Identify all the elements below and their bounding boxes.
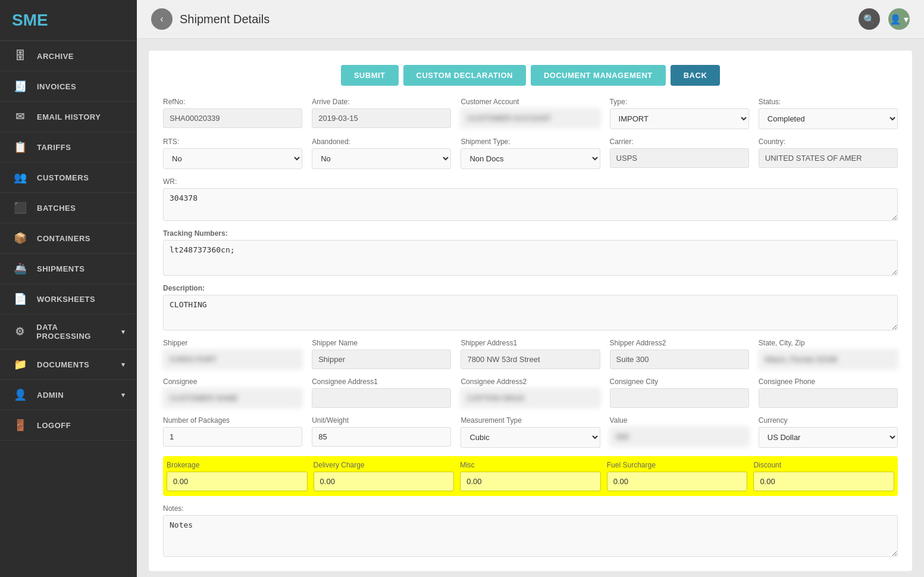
containers-icon: 📦 [12, 232, 29, 245]
unit-weight-input[interactable] [312, 427, 451, 447]
tracking-numbers-textarea[interactable]: lt248737360cn; [163, 240, 898, 276]
measurement-type-select[interactable]: Cubic [461, 427, 600, 448]
brokerage-input[interactable] [167, 472, 308, 491]
shipment-type-select[interactable]: Non Docs Docs [461, 148, 600, 169]
fuel-surcharge-input[interactable] [607, 472, 748, 491]
delivery-charge-input[interactable] [314, 472, 455, 491]
description-textarea[interactable]: CLOTHING [163, 295, 898, 330]
consignee-city-input[interactable] [610, 388, 749, 408]
consignee-address1-input[interactable] [312, 388, 451, 408]
carrier-input[interactable] [610, 148, 749, 168]
currency-label: Currency [759, 416, 898, 425]
back-button[interactable]: BACK [671, 65, 721, 86]
custom-declaration-button[interactable]: CUSTOM DECLARATION [403, 65, 526, 86]
sidebar-item-email-history[interactable]: ✉ EMAIL HISTORY [0, 102, 137, 132]
delivery-charge-label: Delivery Charge [314, 461, 455, 469]
notes-textarea[interactable]: Notes [163, 515, 898, 557]
shipper-name-input[interactable] [312, 350, 451, 369]
sidebar-item-shipments[interactable]: 🚢 SHIPMENTS [0, 254, 137, 284]
type-group: Type: IMPORT EXPORT [610, 98, 749, 129]
form-card: SUBMIT CUSTOM DECLARATION DOCUMENT MANAG… [149, 51, 912, 571]
main-area: ‹ Shipment Details 🔍 👤 ▾ SUBMIT CUSTOM D… [137, 0, 924, 577]
submit-button[interactable]: SUBMIT [341, 65, 399, 86]
sidebar-item-containers[interactable]: 📦 CONTAINERS [0, 223, 137, 254]
archive-icon: 🗄 [12, 49, 29, 63]
search-button[interactable]: 🔍 [859, 8, 880, 30]
topbar: ‹ Shipment Details 🔍 👤 ▾ [137, 0, 924, 39]
sidebar: SME 🗄 ARCHIVE 🧾 INVOICES ✉ EMAIL HISTORY… [0, 0, 137, 577]
sidebar-label-invoices: INVOICES [37, 82, 76, 91]
carrier-group: Carrier: [610, 138, 749, 169]
sidebar-label-email: EMAIL HISTORY [37, 113, 101, 121]
customer-account-input[interactable] [461, 108, 600, 128]
shipper-address2-input[interactable] [610, 350, 749, 369]
consignee-address2-input[interactable] [461, 388, 600, 408]
currency-select[interactable]: US Dollar EUR GBP [759, 427, 898, 448]
user-avatar[interactable]: 👤 ▾ [888, 8, 910, 30]
sidebar-item-archive[interactable]: 🗄 ARCHIVE [0, 41, 137, 71]
arrive-date-input[interactable] [312, 108, 451, 128]
sidebar-item-invoices[interactable]: 🧾 INVOICES [0, 71, 137, 102]
carrier-label: Carrier: [610, 138, 749, 146]
shipment-type-label: Shipment Type: [461, 138, 600, 146]
wr-textarea[interactable]: 304378 [163, 188, 898, 221]
misc-input[interactable] [460, 472, 601, 491]
sidebar-item-admin[interactable]: 👤 ADMIN ▾ [0, 380, 137, 410]
sidebar-item-tariffs[interactable]: 📋 TARIFFS [0, 132, 137, 163]
abandoned-select[interactable]: No Yes [312, 148, 451, 169]
type-select[interactable]: IMPORT EXPORT [610, 108, 749, 129]
admin-icon: 👤 [12, 388, 29, 401]
shipper-input[interactable] [163, 350, 302, 369]
dropdown-arrow-icon: ▾ [121, 361, 126, 369]
tariffs-icon: 📋 [12, 141, 29, 154]
sidebar-item-worksheets[interactable]: 📄 WORKSHEETS [0, 284, 137, 314]
sidebar-item-customers[interactable]: 👥 CUSTOMERS [0, 163, 137, 193]
refno-input[interactable] [163, 108, 302, 128]
refno-label: RefNo: [163, 98, 302, 106]
back-navigation-button[interactable]: ‹ [151, 8, 173, 30]
consignee-city-group: Consignee City [610, 378, 749, 408]
wr-group: WR: 304378 [163, 177, 898, 221]
topbar-left: ‹ Shipment Details [151, 8, 270, 30]
shipper-address1-label: Shipper Address1 [461, 339, 600, 347]
document-management-button[interactable]: DOCUMENT MANAGEMENT [531, 65, 666, 86]
shipper-address1-group: Shipper Address1 [461, 339, 600, 369]
value-input[interactable] [610, 427, 749, 447]
state-city-zip-input[interactable] [759, 350, 898, 369]
shipper-address1-input[interactable] [461, 350, 600, 369]
charges-row: Brokerage Delivery Charge Misc Fuel Surc… [163, 456, 898, 496]
num-packages-group: Number of Packages [163, 416, 302, 448]
unit-weight-label: Unit/Weight [312, 416, 451, 425]
sidebar-item-documents[interactable]: 📁 DOCUMENTS ▾ [0, 350, 137, 380]
consignee-address2-label: Consignee Address2 [461, 378, 600, 386]
email-icon: ✉ [12, 110, 29, 123]
shipper-address2-group: Shipper Address2 [610, 339, 749, 369]
rts-select[interactable]: No Yes [163, 148, 302, 169]
discount-input[interactable] [753, 472, 894, 491]
value-label: Value [610, 416, 749, 425]
customers-icon: 👥 [12, 171, 29, 184]
shipper-group: Shipper [163, 339, 302, 369]
country-input[interactable] [759, 148, 898, 168]
dropdown-arrow-icon: ▾ [121, 391, 126, 399]
sidebar-item-batches[interactable]: ⬛ BATCHES [0, 193, 137, 223]
abandoned-group: Abandoned: No Yes [312, 138, 451, 169]
invoices-icon: 🧾 [12, 80, 29, 93]
sidebar-item-data-processing[interactable]: ⚙ DATA PROCESSING ▾ [0, 314, 137, 350]
sidebar-label-customers: CUSTOMERS [37, 173, 89, 182]
logo: SME [0, 0, 137, 41]
consignee-phone-input[interactable] [759, 388, 898, 408]
consignee-input[interactable] [163, 388, 302, 408]
status-select[interactable]: Completed Pending Active [759, 108, 898, 129]
documents-icon: 📁 [12, 358, 29, 371]
status-label: Status: [759, 98, 898, 106]
brokerage-group: Brokerage [167, 461, 308, 491]
num-packages-input[interactable] [163, 427, 302, 447]
refno-group: RefNo: [163, 98, 302, 129]
sidebar-item-logoff[interactable]: 🚪 LOGOFF [0, 410, 137, 441]
batches-icon: ⬛ [12, 201, 29, 214]
wr-label: WR: [163, 177, 898, 186]
description-label: Description: [163, 284, 898, 292]
action-bar: SUBMIT CUSTOM DECLARATION DOCUMENT MANAG… [163, 65, 898, 86]
country-group: Country: [759, 138, 898, 169]
